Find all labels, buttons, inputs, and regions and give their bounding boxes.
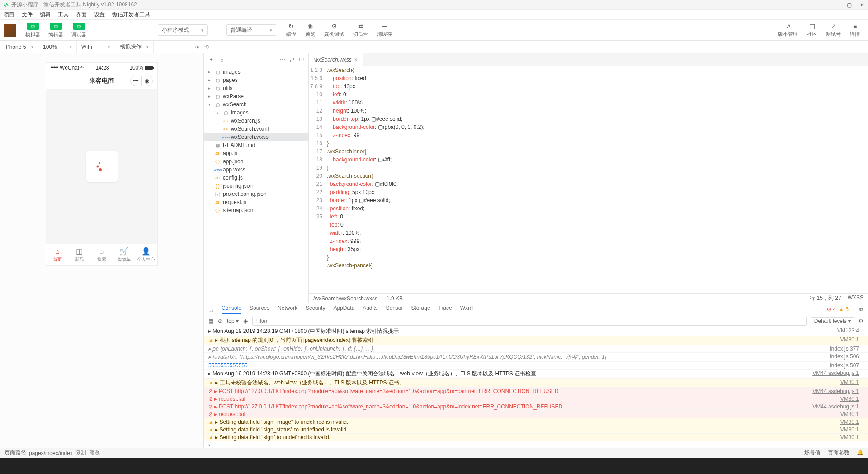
- maximize-icon[interactable]: ▢: [847, 2, 852, 8]
- menu-文件[interactable]: 文件: [22, 11, 33, 19]
- action-编译[interactable]: ↻编译: [286, 23, 296, 38]
- collapse-icon[interactable]: ⇄: [290, 57, 294, 63]
- devtools-tab-Trace[interactable]: Trace: [439, 305, 452, 314]
- page-params-label[interactable]: 页面参数: [828, 449, 849, 457]
- menu-项目[interactable]: 项目: [4, 11, 14, 19]
- capsule-menu-icon[interactable]: •••: [131, 76, 142, 86]
- menu-编辑[interactable]: 编辑: [40, 11, 51, 19]
- context-select[interactable]: top ▾: [227, 318, 239, 324]
- tab-购物车[interactable]: 🛒购物车: [113, 244, 135, 265]
- inspect-icon[interactable]: ⬚: [208, 306, 213, 313]
- mute-icon[interactable]: 🕩: [194, 44, 200, 50]
- devtools-tab-Console[interactable]: Console: [222, 305, 241, 314]
- action-社区[interactable]: ◫社区: [807, 23, 817, 38]
- file-request.js[interactable]: JSrequest.js: [204, 198, 308, 206]
- filter-input[interactable]: [252, 317, 807, 326]
- mode-模拟器[interactable]: ▭模拟器: [25, 23, 40, 38]
- console-settings-icon[interactable]: ⚙: [859, 318, 863, 324]
- log-level-select[interactable]: Default levels ▾: [811, 317, 854, 325]
- file-app.wxss[interactable]: wxssapp.wxss: [204, 166, 308, 174]
- action-版本管理[interactable]: ↗版本管理: [778, 23, 798, 38]
- file-pages[interactable]: ▸▢pages: [204, 76, 308, 84]
- user-avatar[interactable]: [4, 24, 16, 37]
- file-wxSearch.js[interactable]: JSwxSearch.js: [204, 117, 308, 125]
- capsule-close-icon[interactable]: ◉: [142, 76, 152, 86]
- copy-path-link[interactable]: 复制: [75, 449, 86, 457]
- console-output[interactable]: ▸ Mon Aug 19 2019 14:28:19 GMT+0800 (中国标…: [204, 327, 868, 448]
- settings-icon[interactable]: ⬚: [299, 57, 304, 63]
- tab-个人中心[interactable]: 👤个人中心: [135, 244, 157, 265]
- program-mode-select[interactable]: 小程序模式▾: [158, 24, 208, 36]
- eye-icon[interactable]: ◉: [243, 318, 248, 324]
- devtools-tab-Network[interactable]: Network: [278, 305, 297, 314]
- action-切后台[interactable]: ⇄切后台: [353, 23, 368, 38]
- new-file-icon[interactable]: ＋: [208, 56, 214, 63]
- mock-select[interactable]: 模拟操作▾: [115, 41, 154, 53]
- battery-label: 100%: [129, 65, 143, 71]
- devtools-tab-Security[interactable]: Security: [306, 305, 325, 314]
- devtools-tab-Sensor[interactable]: Sensor: [386, 305, 403, 314]
- mode-编辑器[interactable]: ▭编辑器: [48, 23, 63, 38]
- tab-新品[interactable]: ◫新品: [68, 244, 90, 265]
- more-icon[interactable]: ⋯: [280, 57, 285, 63]
- file-sitemap.json[interactable]: { }sitemap.json: [204, 206, 308, 214]
- action-真机调试[interactable]: ⚙真机调试: [324, 23, 344, 38]
- error-count-badge[interactable]: ⊘ 4: [827, 306, 836, 313]
- file-project.config.json[interactable]: (●)project.config.json: [204, 190, 308, 198]
- action-预览[interactable]: ◉预览: [305, 23, 315, 38]
- warn-count-badge[interactable]: ▲ 5: [839, 306, 849, 313]
- mode-调试器[interactable]: ▭调试器: [71, 23, 86, 38]
- close-icon[interactable]: ✕: [860, 2, 864, 8]
- file-wxParse[interactable]: ▸▢wxParse: [204, 92, 308, 100]
- page-path-label: 页面路径: [5, 449, 26, 457]
- file-wxSearch.wxss[interactable]: wxsswxSearch.wxss: [204, 133, 308, 141]
- file-images[interactable]: ▸▢images: [204, 109, 308, 117]
- action-测试号[interactable]: ↗测试号: [826, 23, 841, 38]
- search-icon[interactable]: ⌕: [220, 57, 223, 63]
- network-select[interactable]: WiFi▾: [77, 41, 115, 53]
- file-app.json[interactable]: { }app.json: [204, 157, 308, 166]
- devtools-tab-Wxml[interactable]: Wxml: [460, 305, 474, 314]
- file-jsconfig.json[interactable]: { }jsconfig.json: [204, 182, 308, 190]
- file-app.js[interactable]: JSapp.js: [204, 149, 308, 157]
- menu-设置[interactable]: 设置: [94, 11, 105, 19]
- devtools-tab-AppData[interactable]: AppData: [333, 305, 354, 314]
- devtools-settings-icon[interactable]: ⋮: [851, 306, 857, 313]
- loading-card: [86, 151, 118, 182]
- code-body[interactable]: 1 2 3 4 5 6 7 8 9 10 11 12 13 14 15 16 1…: [309, 66, 868, 293]
- menu-界面[interactable]: 界面: [76, 11, 87, 19]
- file-wxSearch[interactable]: ▾▢wxSearch: [204, 100, 308, 109]
- editor-tab[interactable]: wxSearch.wxss ×: [309, 53, 363, 66]
- notification-icon[interactable]: 🔔: [857, 449, 863, 457]
- tab-搜索[interactable]: ⌕搜索: [90, 244, 113, 265]
- clear-console-icon[interactable]: ⊘: [218, 318, 222, 324]
- preview-link[interactable]: 预览: [89, 449, 100, 457]
- log-line: ▲ ▸ Setting data field "sign_status" to …: [204, 426, 868, 434]
- rotate-icon[interactable]: ⟲: [204, 44, 209, 50]
- devtools-tab-Storage[interactable]: Storage: [411, 305, 430, 314]
- devtools-dock-icon[interactable]: ⧉: [859, 306, 863, 313]
- minimize-icon[interactable]: —: [833, 2, 839, 8]
- device-bar: iPhone 5▾ 100%▾ WiFi▾ 模拟操作▾ 🕩 ⟲: [0, 41, 868, 53]
- file-config.js[interactable]: JSconfig.js: [204, 174, 308, 182]
- menu-微信开发者工具[interactable]: 微信开发者工具: [112, 11, 150, 19]
- scene-label[interactable]: 场景值: [804, 449, 821, 457]
- device-model-select[interactable]: iPhone 5▾: [0, 41, 38, 53]
- devtools-tab-Sources[interactable]: Sources: [250, 305, 269, 314]
- compile-mode-select[interactable]: 普通编译▾: [226, 24, 276, 36]
- log-line: ⊘ ▸ POST http://127.0.0.1/LKT/index.php?…: [204, 403, 868, 411]
- menu-工具[interactable]: 工具: [58, 11, 69, 19]
- os-taskbar: [0, 458, 868, 474]
- action-详情[interactable]: ≡详情: [850, 23, 860, 38]
- action-清缓存[interactable]: ☰清缓存: [377, 23, 392, 38]
- file-README.md[interactable]: ▦README.md: [204, 141, 308, 149]
- console-sidebar-icon[interactable]: ▤: [208, 318, 213, 324]
- devtools-tab-Audits[interactable]: Audits: [363, 305, 377, 314]
- file-wxSearch.wxml[interactable]: < >wxSearch.wxml: [204, 125, 308, 133]
- tab-首页[interactable]: ⌂首页: [46, 244, 68, 265]
- zoom-select[interactable]: 100%▾: [38, 41, 77, 53]
- file-utils[interactable]: ▸▢utils: [204, 84, 308, 92]
- phone-tabbar: ⌂首页◫新品⌕搜索🛒购物车👤个人中心: [46, 244, 157, 265]
- tab-close-icon[interactable]: ×: [354, 57, 358, 63]
- file-images[interactable]: ▸▢images: [204, 68, 308, 76]
